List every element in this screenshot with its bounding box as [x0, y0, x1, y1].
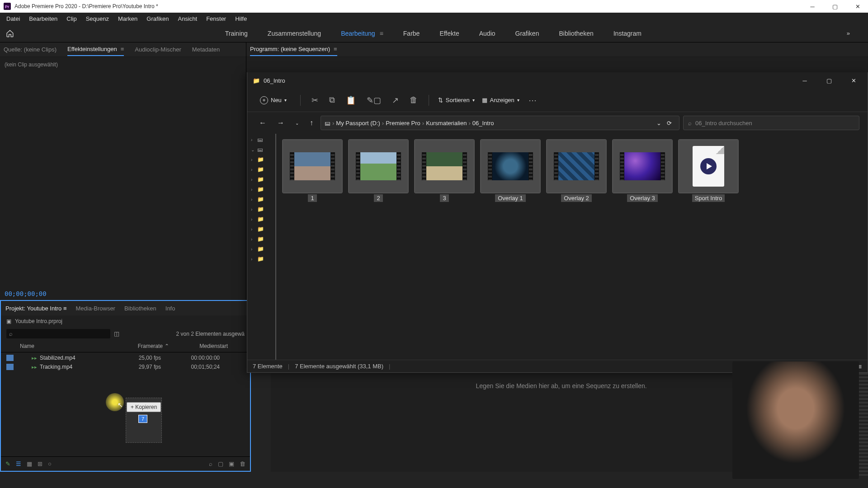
new-bin-icon[interactable]: ▢ — [218, 460, 223, 467]
copy-icon[interactable]: ⧉ — [327, 94, 337, 107]
zoom-slider-handle[interactable]: ○ — [48, 460, 52, 467]
menu-clip[interactable]: Clip — [62, 14, 81, 24]
tab-metadaten[interactable]: Metadaten — [192, 43, 220, 56]
file-item[interactable]: 2 — [349, 140, 408, 206]
menu-grafiken[interactable]: Grafiken — [142, 14, 173, 24]
menu-ansicht[interactable]: Ansicht — [173, 14, 202, 24]
tab-quelle[interactable]: Quelle: (keine Clips) — [4, 43, 57, 56]
workspace-zusammenstellung[interactable]: Zusammenstellung — [264, 28, 325, 39]
tab-menu-icon[interactable]: ≡ — [334, 46, 337, 52]
view-button[interactable]: ▦ Anzeigen ▾ — [482, 97, 519, 103]
menu-bearbeiten[interactable]: Bearbeiten — [24, 14, 62, 24]
expand-icon[interactable]: › — [251, 187, 255, 192]
explorer-title-bar[interactable]: 📁 06_Intro ─ ▢ ✕ — [247, 72, 868, 89]
nav-up-icon[interactable]: ↑ — [306, 116, 317, 130]
col-name[interactable]: Name — [6, 343, 119, 349]
expand-icon[interactable]: › — [251, 137, 255, 142]
workspace-bearbeitung[interactable]: Bearbeitung≡ — [337, 28, 387, 39]
freeform-view-icon[interactable]: ⊞ — [38, 460, 42, 467]
expand-icon[interactable]: › — [251, 207, 255, 212]
window-minimize-button[interactable]: ─ — [806, 2, 819, 11]
delete-icon[interactable]: 🗑 — [408, 94, 420, 107]
file-item[interactable]: Sport Intro — [679, 140, 738, 206]
breadcrumb-item[interactable]: Kursmaterialien — [426, 120, 467, 127]
home-icon[interactable] — [0, 24, 20, 42]
file-item[interactable]: Overlay 1 — [481, 140, 540, 206]
tab-media-browser[interactable]: Media-Browser — [76, 305, 115, 312]
expand-icon[interactable]: › — [251, 227, 255, 232]
menu-sequenz[interactable]: Sequenz — [81, 14, 113, 24]
explorer-minimize-button[interactable]: ─ — [796, 75, 813, 86]
tab-info[interactable]: Info — [165, 305, 175, 312]
explorer-maximize-button[interactable]: ▢ — [821, 75, 838, 86]
breadcrumb-item[interactable]: 06_Intro — [472, 120, 494, 127]
new-item-icon[interactable]: ▣ — [229, 460, 234, 467]
breadcrumb[interactable]: 🖴 › My Passport (D:) › Premiere Pro › Ku… — [321, 116, 679, 130]
sort-button[interactable]: ⇅ Sortieren ▾ — [438, 97, 475, 103]
breadcrumb-item[interactable]: Premiere Pro — [386, 120, 420, 127]
tab-bibliotheken[interactable]: Bibliotheken — [124, 305, 156, 312]
tab-effekteinstellungen[interactable]: Effekteinstellungen≡ — [67, 43, 124, 56]
expand-icon[interactable]: › — [251, 157, 255, 162]
rename-icon[interactable]: ✎▢ — [365, 94, 383, 107]
tab-project[interactable]: Projekt: Youtube Intro ≡ — [5, 305, 67, 312]
expand-icon[interactable]: › — [251, 247, 255, 252]
tab-audioclip-mischer[interactable]: Audioclip-Mischer — [135, 43, 181, 56]
workspace-audio[interactable]: Audio — [476, 28, 499, 39]
icon-view-icon[interactable]: ▦ — [27, 460, 32, 467]
tab-menu-icon[interactable]: ≡ — [121, 46, 124, 52]
workspace-overflow-icon[interactable]: » — [847, 30, 868, 37]
breadcrumb-item[interactable]: My Passport (D:) — [336, 120, 380, 127]
new-button[interactable]: +Neu ▾ — [255, 94, 291, 107]
cut-icon[interactable]: ✂ — [310, 94, 320, 107]
expand-icon[interactable]: › — [251, 257, 255, 262]
workspace-instagram[interactable]: Instagram — [610, 28, 645, 39]
menu-hilfe[interactable]: Hilfe — [231, 14, 251, 24]
trash-icon[interactable]: 🗑 — [240, 460, 245, 467]
project-list[interactable]: ▸▸ Stabilized.mp4 25,00 fps 00:00:00:00 … — [1, 352, 250, 456]
workspace-grafiken[interactable]: Grafiken — [512, 28, 543, 39]
col-mediastart[interactable]: Medienstart — [169, 343, 228, 349]
tab-programm[interactable]: Programm: (keine Sequenzen)≡ — [250, 43, 337, 56]
explorer-close-button[interactable]: ✕ — [845, 75, 862, 86]
window-close-button[interactable]: ✕ — [851, 2, 864, 11]
list-view-icon[interactable]: ☰ — [16, 460, 21, 467]
nav-forward-icon[interactable]: → — [274, 116, 288, 130]
project-row[interactable]: ▸▸ Stabilized.mp4 25,00 fps 00:00:00:00 — [1, 353, 250, 362]
file-item[interactable]: 3 — [415, 140, 474, 206]
write-icon[interactable]: ✎ — [5, 460, 10, 467]
expand-icon[interactable]: › — [251, 177, 255, 182]
breadcrumb-chevron-icon[interactable]: ⌄ — [656, 120, 661, 127]
project-search-input[interactable] — [6, 329, 110, 338]
menu-marken[interactable]: Marken — [113, 14, 142, 24]
row-color-chip[interactable] — [6, 355, 14, 361]
workspace-effekte[interactable]: Effekte — [436, 28, 462, 39]
file-item[interactable]: 1 — [283, 140, 342, 206]
project-row[interactable]: ▸▸ Tracking.mp4 29,97 fps 00;01;50;24 — [1, 362, 250, 371]
menu-fenster[interactable]: Fenster — [202, 14, 231, 24]
nav-back-icon[interactable]: ← — [255, 116, 270, 130]
file-item[interactable]: Overlay 3 — [613, 140, 672, 206]
file-item[interactable]: Overlay 2 — [547, 140, 606, 206]
collapse-icon[interactable]: ⌄ — [251, 147, 255, 152]
source-timecode[interactable]: 00;00;00;00 — [0, 287, 246, 300]
expand-icon[interactable]: › — [251, 167, 255, 172]
row-color-chip[interactable] — [6, 364, 14, 370]
expand-icon[interactable]: › — [251, 197, 255, 202]
window-maximize-button[interactable]: ▢ — [828, 2, 842, 11]
refresh-icon[interactable]: ⟳ — [663, 120, 675, 127]
paste-icon[interactable]: 📋 — [344, 94, 358, 107]
workspace-menu-icon[interactable]: ≡ — [380, 30, 383, 37]
menu-datei[interactable]: Datei — [2, 14, 24, 24]
explorer-content[interactable]: 1 2 3 Overlay 1 Overlay 2 Overlay 3 — [276, 134, 868, 360]
find-icon[interactable]: ⌕ — [209, 460, 212, 467]
project-bin-icon[interactable]: ◫ — [114, 330, 119, 337]
explorer-tree[interactable]: ›🖴 ⌄🖴 ›📁 ›📁 ›📁 ›📁 ›📁 ›📁 ›📁 ›📁 ›📁 ›📁 ›📁 — [247, 134, 276, 360]
workspace-training[interactable]: Training — [222, 28, 251, 39]
tab-menu-icon[interactable]: ≡ — [63, 305, 67, 312]
expand-icon[interactable]: › — [251, 217, 255, 222]
workspace-bibliotheken[interactable]: Bibliotheken — [555, 28, 597, 39]
expand-icon[interactable]: › — [251, 237, 255, 242]
share-icon[interactable]: ↗ — [390, 94, 401, 107]
col-framerate[interactable]: Framerate ⌃ — [119, 343, 169, 349]
